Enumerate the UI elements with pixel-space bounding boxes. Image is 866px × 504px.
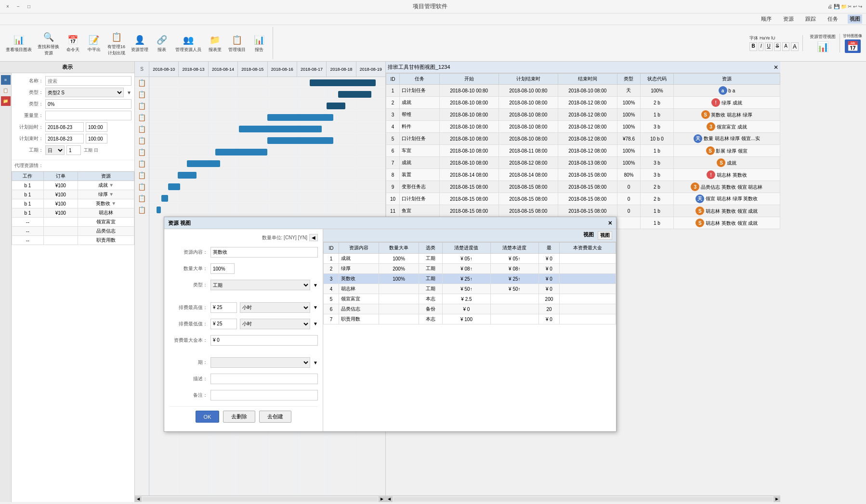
modal-table-row[interactable]: 2 绿厚 200% 工期 ¥ 08↑ ¥ 08↑ ¥ 0 [324,264,616,274]
menu-order[interactable]: 顺序 [759,14,774,24]
table-row[interactable]: -- 领宣富宜 [12,218,134,227]
table-row[interactable]: 10 口计划任务 2018-08-15 08:00 2018-08-15 08:… [386,193,780,205]
table-row[interactable]: b 1 ¥100 绿厚 ▼ [12,190,134,199]
toolbar-report-btn[interactable]: 🔗 报表 [152,32,171,54]
gantt-scroll-left[interactable]: ◀ [135,496,142,502]
upper-fee-input[interactable] [210,302,237,313]
min-btn[interactable]: − [14,3,22,11]
duration-unit-select[interactable]: 日 [45,145,65,155]
toolbar-report3-btn[interactable]: 📊 报告 [249,32,269,54]
end-date-input[interactable] [45,134,84,143]
table-row[interactable]: 1 口计划任务 2018-08-10 00:80 2018-08-10 00:8… [386,85,780,97]
toolbar-level-btn[interactable]: 📝 中平出 [84,32,104,54]
status-badge: 3 [707,122,715,131]
table-row[interactable]: -- 品类估志 [12,227,134,236]
menu-track[interactable]: 跟踪 [803,14,818,24]
table-row[interactable]: 2 成就 2018-08-10 08:00 2018-08-10 08:00 2… [386,97,780,109]
left-icon-2[interactable]: 📋 [1,86,11,95]
toolbar-search-btn[interactable]: 🔍 查找和替换资源 [36,29,61,57]
toolbar-report2-btn[interactable]: 📁 报表里 [205,32,224,54]
right-scrollbar[interactable]: ◀ ▶ [386,495,780,502]
table-row[interactable]: b 1 ¥100 胡志林 [12,208,134,218]
gantt-scrollbar[interactable]: ◀ ▶ [135,495,385,502]
delete-btn[interactable]: 去删除 [223,411,255,423]
modal-table-row[interactable]: 7 职责用数 本志 ¥ 100 ¥ 0 [324,314,616,324]
table-row[interactable]: 4 料件 2018-08-10 08:00 2018-08-10 08:00 2… [386,121,780,133]
table-row[interactable]: 8 装置 2018-08-14 08:00 2018-08-14 08:00 2… [386,169,780,181]
font-size-down-btn[interactable]: A [782,42,789,51]
modal-table-row[interactable]: 5 领宣富宜 本志 ¥ 2.5 200 [324,294,616,304]
ok-btn[interactable]: OK [196,411,220,423]
title-bar-right: 🖨 💾 📁 ✂ ↩ ↪ [827,4,862,9]
menu-task[interactable]: 任务 [826,14,840,24]
left-icon-1[interactable]: ≡ [1,75,11,85]
strikethrough-btn[interactable]: S [774,42,781,51]
max-btn[interactable]: □ [25,3,33,11]
period-row: 期： ▼ [169,357,318,368]
left-icon-3[interactable]: 📁 [1,96,11,106]
table-row[interactable]: 6 车宣 2018-08-10 08:00 2018-08-11 08:00 2… [386,145,780,157]
modal-close-btn[interactable]: × [608,219,612,227]
table-row[interactable]: 11 鱼宣 2018-08-15 08:00 2018-08-15 08:00 … [386,205,780,217]
toolbar-resource-btn[interactable]: 👤 资源管理 [129,32,150,54]
modal-table-row[interactable]: 3 英数收 100% 工期 ¥ 25↑ ¥ 25↑ ¥ 0 [324,274,616,284]
bold-btn[interactable]: B [749,42,757,51]
modal-table-row[interactable]: 6 品类估志 备份 ¥ 0 20 [324,304,616,314]
gantt-view-icon[interactable]: 📊 [817,41,829,52]
modal-table-row[interactable]: 1 成就 100% 工期 ¥ 05↑ ¥ 05↑ ¥ 0 [324,254,616,264]
gantt-bar [178,172,197,179]
type-select[interactable]: 类型2 S 全部 [45,88,124,97]
italic-btn[interactable]: I [759,42,764,51]
desc-input[interactable] [210,374,318,384]
end-time-input[interactable] [86,134,107,143]
start-date-input[interactable] [45,122,84,132]
table-row[interactable]: 5 口计划任务 2018-08-10 08:00 2018-08-10 08:0… [386,133,780,145]
table-row[interactable]: b 1 ¥100 成就 ▼ [12,181,134,190]
toolbar-manage-btn[interactable]: 📋 管理项目 [226,32,248,54]
create-btn[interactable]: 去创建 [259,411,291,423]
type-dropdown[interactable]: 工期 本志 备份 [210,280,310,290]
menu-resource[interactable]: 资源 [781,14,796,24]
toolbar-calendar-btn[interactable]: 📅 命令天 [63,32,82,54]
note-input[interactable] [210,390,318,401]
toolbar-chart-btn[interactable]: 📊 查看项目图表 [4,32,34,54]
right-scroll-right[interactable]: ▶ [774,496,780,502]
resource-name-input[interactable] [210,247,318,258]
right-scroll-left[interactable]: ◀ [386,496,393,502]
period-select[interactable] [210,357,310,368]
modal-table-row[interactable]: 4 胡志林 工期 ¥ 50↑ ¥ 50↑ ¥ 0 [324,284,616,294]
quantity-input[interactable] [210,263,235,274]
font-size-up-btn[interactable]: A [791,42,799,51]
close-right-panel-btn[interactable]: ✕ [774,64,778,71]
col-end: 结束时间 [558,74,617,85]
close-btn[interactable]: × [4,3,12,11]
search-icon: 🔍 [42,30,55,44]
table-row[interactable]: b 1 ¥100 英数收 ▼ [12,199,134,208]
gantt-icon-active[interactable]: 📅 [845,39,861,53]
weight-input[interactable] [45,111,131,120]
name-search-input[interactable] [45,76,131,86]
table-row[interactable]: 9 变形任务志 2018-08-15 08:00 2018-08-15 08:0… [386,181,780,193]
menu-view[interactable]: 视图 [848,14,862,24]
gantt-bar [187,160,220,167]
underline-btn[interactable]: U [765,42,772,51]
window-controls[interactable]: × − □ [4,3,33,11]
max-cost-input[interactable] [210,335,318,346]
gantt-scroll-right[interactable]: ▶ [379,496,385,502]
lower-fee-input[interactable] [210,319,237,329]
type-input[interactable] [45,99,131,109]
filter-section: 名称： 类型： 类型2 S 全部 ▼ 类型： [12,73,134,160]
table-row[interactable]: 7 成就 2018-08-10 08:00 2018-08-12 08:00 2… [386,157,780,169]
duration-value-input[interactable] [66,145,81,155]
toolbar-plan-btn[interactable]: 📋 有管理16计划出现 [105,29,127,57]
table-row[interactable]: 3 帮维 2018-08-10 08:00 2018-08-10 08:00 2… [386,109,780,121]
upper-unit-select[interactable]: 小时 [240,302,310,313]
modal-nav-left[interactable]: ◀ [309,234,318,241]
table-row[interactable]: -- 职责用数 [12,236,134,245]
modal-col-max: 最 [538,243,559,254]
lower-unit-select[interactable]: 小时 [240,319,310,329]
modal-view-btn[interactable]: 视图 [598,231,612,240]
start-time-input[interactable] [86,122,107,132]
zoom-btn[interactable]: 🖨 💾 📁 ✂ ↩ ↪ [827,4,862,9]
toolbar-people-btn[interactable]: 👥 管理资源人员 [173,32,203,54]
